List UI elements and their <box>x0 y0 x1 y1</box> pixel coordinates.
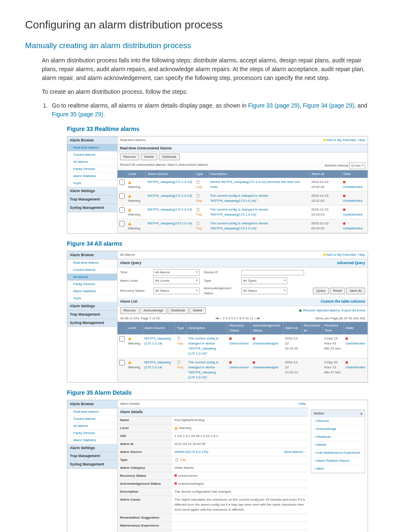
state-link[interactable]: Undistributed <box>343 185 363 189</box>
action-delete[interactable]: Delete <box>311 441 365 449</box>
level-select[interactable]: All Levels <box>153 278 200 284</box>
desc-link[interactable]: The current config is changed in device … <box>187 334 228 358</box>
source-link[interactable]: MSTP4_xiaopang(172.1.0.14) <box>146 178 194 192</box>
sidebar-heading-trap[interactable]: Trap Management <box>67 195 117 204</box>
sidebar-item-topn[interactable]: TopN <box>67 180 117 187</box>
sidebar-item-stats[interactable]: Alarm Statistics <box>67 173 117 180</box>
link-figure-35[interactable]: Figure 35 (page 29) <box>52 111 103 118</box>
sidebar-heading-browse[interactable]: Alarm Browse <box>67 400 117 409</box>
delete-button[interactable]: Delete <box>141 154 157 160</box>
help-link[interactable]: Help <box>358 138 365 142</box>
sidebar-item-all[interactable]: All Alarms <box>67 159 117 166</box>
delete-button[interactable]: Delete <box>189 307 206 314</box>
saveas-button[interactable]: Save As <box>346 288 365 294</box>
sidebar-heading-trap[interactable]: Trap Management <box>67 452 117 460</box>
acknowledge-button[interactable]: Acknowledge <box>140 307 167 314</box>
desc-link[interactable]: The current config is changed in device … <box>208 219 309 233</box>
source-link[interactable]: MSTP4_xiaopang(172.1.0.14) <box>146 192 194 206</box>
sidebar-item-realtime[interactable]: Real-time Alarms <box>67 144 117 152</box>
query-button[interactable]: Query <box>313 288 329 294</box>
sidebar-item-current[interactable]: Current Alarms <box>67 267 117 274</box>
time-select[interactable]: All Alarms <box>153 269 200 276</box>
sidebar-item-all[interactable]: All Alarms <box>67 274 117 281</box>
desc-link[interactable]: The current config is changed in device … <box>208 192 309 206</box>
refresh-interval-select[interactable]: 10 sec <box>349 162 365 169</box>
desc-link[interactable]: The current config is changed in device … <box>208 206 309 219</box>
sidebar-heading-syslog[interactable]: Syslog Management <box>67 460 117 469</box>
export-excel-link[interactable]: Export As Excel <box>342 308 365 312</box>
recstatus-select[interactable]: All Status <box>153 288 200 294</box>
warning-icon <box>174 427 178 429</box>
device-ip-input[interactable] <box>241 270 304 275</box>
sidebar-item-realtime[interactable]: Real-time Alarms <box>67 260 117 267</box>
source-link[interactable]: S5500-W(172.6.0.135) <box>174 450 208 454</box>
distribute-button[interactable]: Distribute <box>168 307 189 314</box>
add-favorites-link[interactable]: Add to My Favorites <box>327 253 356 257</box>
source-link[interactable]: MSTP4_xiaopang(172.1.0.14) <box>146 219 194 233</box>
sidebar-heading-syslog[interactable]: Syslog Management <box>67 319 117 327</box>
distribute-button[interactable]: Distribute <box>159 154 180 160</box>
action-alarm-relation-report[interactable]: Alarm Relation Report <box>311 457 365 465</box>
help-link[interactable]: Help <box>358 253 365 257</box>
sidebar-heading-settings[interactable]: Alarm Settings <box>67 187 117 195</box>
link-figure-33[interactable]: Figure 33 (page 29) <box>248 102 299 109</box>
sidebar-item-faulty[interactable]: Faulty Devices <box>67 166 117 173</box>
type-select[interactable]: All Types <box>241 278 287 284</box>
advanced-query-link[interactable]: Advanced Query <box>337 260 365 266</box>
action-distribute[interactable]: Distribute <box>311 433 365 441</box>
row-checkbox[interactable] <box>119 221 125 226</box>
more-alarms-link[interactable]: More Alarms... <box>284 450 306 455</box>
help-link[interactable]: Help <box>299 402 306 406</box>
sidebar-heading-settings[interactable]: Alarm Settings <box>67 302 117 311</box>
sidebar-heading-syslog[interactable]: Syslog Management <box>67 204 117 212</box>
sidebar-item-topn[interactable]: TopN <box>67 295 117 302</box>
action-recover[interactable]: Recover <box>311 417 365 425</box>
collapse-icon[interactable]: ▴ <box>361 411 362 416</box>
recover-reported-link[interactable]: Recover reported alarms <box>303 308 340 312</box>
row-checkbox[interactable] <box>119 180 125 185</box>
sidebar-heading-settings[interactable]: Alarm Settings <box>67 444 117 452</box>
sidebar-item-realtime[interactable]: Real-time Alarms <box>67 409 117 416</box>
label-time: Time <box>120 270 149 275</box>
action-edit-maintenance-experience[interactable]: Edit Maintenance Experience <box>311 449 365 457</box>
state-link[interactable]: Undistributed <box>343 199 363 203</box>
link-figure-34[interactable]: Figure 34 (page 29) <box>303 102 354 109</box>
custom-cols-link[interactable]: Custom the table columns <box>321 299 365 304</box>
action-back[interactable]: Back <box>311 465 365 473</box>
sidebar-item-current[interactable]: Current Alarms <box>67 416 117 423</box>
ackstatus-select[interactable]: All Status <box>241 288 287 294</box>
state-link[interactable]: Undistributed <box>345 342 365 345</box>
col-ackstat: Acknowledgement Status <box>251 322 284 334</box>
action-acknowledge[interactable]: Acknowledge <box>311 425 365 433</box>
sidebar-item-faulty[interactable]: Faulty Devices <box>67 281 117 288</box>
add-favorites-link[interactable]: Add to My Favorites <box>327 138 356 142</box>
sidebar-item-faulty[interactable]: Faulty Devices <box>67 430 117 437</box>
source-link[interactable]: MSTP4_xiaopang (172.1.0.14) <box>143 334 175 358</box>
reset-button[interactable]: Reset <box>330 288 345 294</box>
desc-link[interactable]: Device MSTP4_xiaopang(172.1.0.14) become… <box>208 178 309 192</box>
source-link[interactable]: MSTP4_xiaopang(172.1.0.14) <box>146 206 194 219</box>
row-checkbox[interactable] <box>119 336 125 342</box>
recover-button[interactable]: Recover <box>120 154 139 160</box>
row-checkbox[interactable] <box>119 193 125 199</box>
detail-value: The object calculates the checksum on th… <box>172 496 308 514</box>
sidebar-heading-browse[interactable]: Alarm Browse <box>67 251 117 260</box>
sidebar-heading-browse[interactable]: Alarm Browse <box>67 136 117 145</box>
recover-button[interactable]: Recover <box>120 307 139 314</box>
items-per-page[interactable]: Items per Page:[8] 15 50 100 200 <box>315 316 365 321</box>
sidebar-item-stats[interactable]: Alarm Statistics <box>67 437 117 444</box>
state-link[interactable]: Undistributed <box>343 226 363 230</box>
row-checkbox[interactable] <box>119 360 125 365</box>
paginator[interactable]: ⏮ ◂ 2 3 4 5 6 7 8 9 10 11 ▸ ⏭ <box>216 316 260 321</box>
detail-label: Level <box>118 424 172 432</box>
state-link[interactable]: Undistributed <box>343 213 363 216</box>
sidebar-item-current[interactable]: Current Alarms <box>67 152 117 159</box>
row-checkbox[interactable] <box>119 207 125 213</box>
sidebar-item-all[interactable]: All Alarms <box>67 423 117 430</box>
query-title: Alarm Query <box>120 260 141 266</box>
desc-link[interactable]: The current config is changed in device … <box>187 358 228 382</box>
source-link[interactable]: MSTP4_xiaopang (172.1.0.14) <box>143 358 175 382</box>
state-link[interactable]: Undistributed <box>345 365 365 369</box>
sidebar-heading-trap[interactable]: Trap Management <box>67 311 117 319</box>
sidebar-item-stats[interactable]: Alarm Statistics <box>67 288 117 295</box>
